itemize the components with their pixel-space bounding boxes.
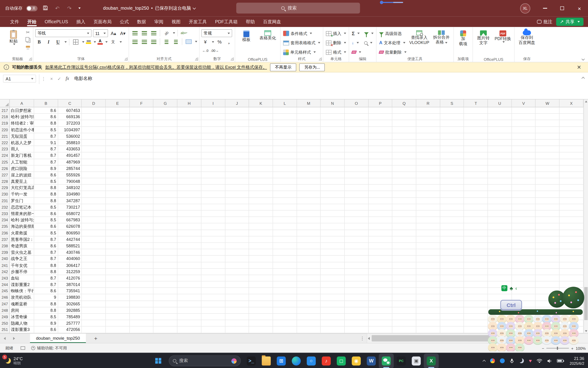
start-button[interactable]	[151, 353, 166, 368]
cell-B221[interactable]: 8.7	[34, 133, 58, 139]
cell-P240[interactable]	[368, 256, 392, 262]
cell-P230[interactable]	[368, 191, 392, 197]
cell-F220[interactable]	[130, 127, 153, 133]
cell-Q223[interactable]	[392, 146, 416, 152]
cell-W218[interactable]	[536, 114, 560, 120]
cell-X230[interactable]	[560, 191, 583, 197]
cell-T243[interactable]	[464, 275, 488, 281]
image-to-text-button[interactable]: 图片转 文字	[475, 28, 492, 45]
cell-I251[interactable]	[201, 327, 225, 332]
cell-X228[interactable]	[560, 178, 583, 184]
cell-I250[interactable]	[201, 320, 225, 326]
cell-L232[interactable]	[273, 204, 297, 210]
cell-B235[interactable]: 8.6	[34, 223, 58, 229]
increase-decimal-button[interactable]: ←.0	[201, 47, 209, 55]
cell-D227[interactable]	[82, 172, 106, 178]
cell-H225[interactable]	[178, 159, 201, 165]
cell-E231[interactable]	[106, 198, 130, 203]
cell-E241[interactable]	[106, 262, 130, 268]
cell-I247[interactable]	[201, 301, 225, 307]
cell-D219[interactable]	[82, 120, 106, 126]
cell-R225[interactable]	[416, 159, 440, 165]
tab-bar-options-icon[interactable]: ⋮	[360, 336, 365, 341]
cell-I221[interactable]	[201, 133, 225, 139]
cell-I235[interactable]	[201, 223, 225, 229]
cell-O226[interactable]	[345, 165, 368, 171]
column-header-L[interactable]: L	[273, 100, 297, 107]
cell-A226[interactable]: 虎口脱险	[10, 165, 34, 171]
cell-O220[interactable]	[345, 127, 368, 133]
cell-A228[interactable]: 真爱至上	[10, 178, 34, 184]
cell-P242[interactable]	[368, 268, 392, 275]
cell-P220[interactable]	[368, 127, 392, 133]
cell-N246[interactable]	[321, 294, 345, 300]
cell-S238[interactable]	[440, 243, 464, 249]
cell-G223[interactable]	[153, 146, 178, 152]
cell-G251[interactable]	[153, 327, 178, 332]
cell-U219[interactable]	[488, 120, 512, 126]
cell-T225[interactable]	[464, 159, 488, 165]
cell-E232[interactable]	[106, 204, 130, 210]
cell-B226[interactable]: 8.9	[34, 165, 58, 171]
cell-K233[interactable]	[249, 211, 273, 216]
decrease-font-size-button[interactable]: A▾	[119, 29, 127, 37]
cell-A242[interactable]: 步履不停	[10, 268, 34, 275]
column-header-M[interactable]: M	[297, 100, 321, 107]
cell-D246[interactable]	[82, 294, 106, 300]
cell-W221[interactable]	[536, 133, 560, 139]
cell-A247[interactable]: 魂断蓝桥	[10, 301, 34, 307]
cell-X221[interactable]	[560, 133, 583, 139]
cell-E228[interactable]	[106, 178, 130, 184]
cell-G228[interactable]	[153, 178, 178, 184]
cell-J243[interactable]	[225, 275, 249, 281]
cell-O225[interactable]	[345, 159, 368, 165]
cell-F218[interactable]	[130, 114, 153, 120]
cell-J246[interactable]	[225, 294, 249, 300]
cell-L240[interactable]	[273, 256, 297, 262]
cell-L238[interactable]	[273, 243, 297, 249]
cell-S245[interactable]	[440, 288, 464, 294]
cell-D224[interactable]	[82, 152, 106, 158]
cell-Q240[interactable]	[392, 256, 416, 262]
cell-E246[interactable]	[106, 294, 130, 300]
align-top-button[interactable]	[131, 29, 139, 37]
cell-E225[interactable]	[106, 159, 130, 165]
cell-W241[interactable]	[536, 262, 560, 268]
cell-T242[interactable]	[464, 268, 488, 275]
column-header-G[interactable]: G	[153, 100, 178, 107]
cell-C237[interactable]: 442744	[58, 236, 82, 242]
cell-T219[interactable]	[464, 120, 488, 126]
cell-D247[interactable]	[82, 301, 106, 307]
cell-A221[interactable]: 无耻混蛋	[10, 133, 34, 139]
formula-content[interactable]: 电影名称	[74, 75, 92, 82]
cell-H229[interactable]	[178, 185, 201, 191]
cell-N239[interactable]	[321, 249, 345, 255]
cell-G245[interactable]	[153, 288, 178, 294]
menu-tab-11[interactable]: 帮助	[242, 17, 259, 27]
cell-P235[interactable]	[368, 223, 392, 229]
cell-F235[interactable]	[130, 223, 153, 229]
row-header-243[interactable]: 243	[0, 275, 10, 281]
cell-M235[interactable]	[297, 223, 321, 229]
cell-P229[interactable]	[368, 185, 392, 191]
orientation-button[interactable]: ab	[161, 28, 172, 38]
microphone-icon[interactable]	[510, 358, 514, 363]
cell-R238[interactable]	[416, 243, 440, 249]
cell-P233[interactable]	[368, 211, 392, 216]
cell-G249[interactable]	[153, 314, 178, 320]
cell-W230[interactable]	[536, 191, 560, 197]
cell-Q251[interactable]	[392, 327, 416, 332]
cell-T241[interactable]	[464, 262, 488, 268]
cell-I217[interactable]	[201, 107, 225, 113]
cell-B244[interactable]: 8.7	[34, 281, 58, 287]
cell-V226[interactable]	[512, 165, 536, 171]
cell-C236[interactable]: 806950	[58, 230, 82, 236]
cell-U232[interactable]	[488, 204, 512, 210]
cell-A222[interactable]: 机器人之梦	[10, 139, 34, 146]
column-header-K[interactable]: K	[249, 100, 273, 107]
cell-L250[interactable]	[273, 320, 297, 326]
cell-Q246[interactable]	[392, 294, 416, 300]
row-header-225[interactable]: 225	[0, 159, 10, 165]
taskbar-app-store-app[interactable]: ⊞	[274, 353, 289, 368]
column-header-S[interactable]: S	[440, 100, 464, 107]
